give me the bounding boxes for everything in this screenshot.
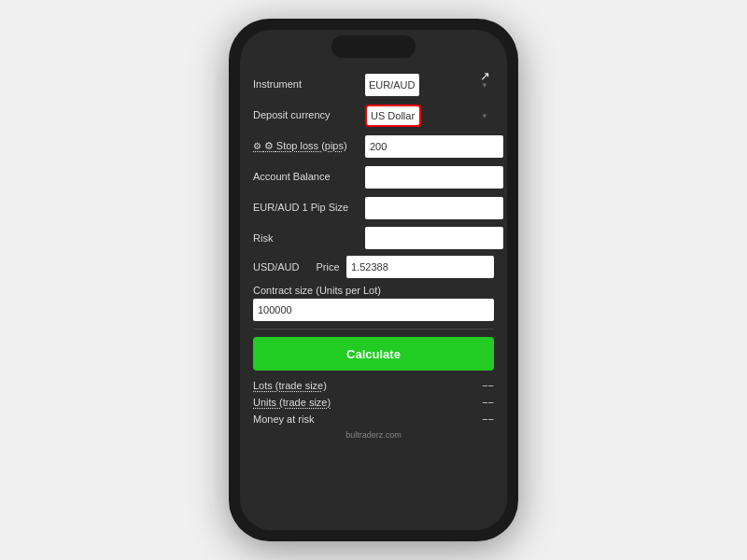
phone-screen: ↗ Instrument EUR/AUD Deposit currency xyxy=(240,30,507,530)
lots-result-label: Lots (trade size) xyxy=(253,380,327,391)
app-content: ↗ Instrument EUR/AUD Deposit currency xyxy=(240,30,507,530)
phone-notch xyxy=(331,35,416,58)
gear-icon: ⚙ xyxy=(264,140,276,151)
money-result-row: Money at risk −− xyxy=(253,413,494,425)
account-balance-input[interactable] xyxy=(365,166,503,189)
price-pair-label: USD/AUD xyxy=(253,261,309,273)
phone-device: ↗ Instrument EUR/AUD Deposit currency xyxy=(229,19,518,541)
contract-size-label: Contract size (Units per Lot) xyxy=(253,285,494,296)
footer-text: bultraderz.com xyxy=(253,430,494,445)
contract-size-section: Contract size (Units per Lot) xyxy=(253,285,494,321)
units-result-row: Units (trade size) −− xyxy=(253,397,494,408)
instrument-label: Instrument xyxy=(253,78,365,91)
calculator-container: ↗ Instrument EUR/AUD Deposit currency xyxy=(240,65,507,530)
contract-size-input[interactable] xyxy=(253,299,494,321)
price-input[interactable] xyxy=(346,256,494,278)
account-balance-row: Account Balance xyxy=(253,165,494,189)
pip-size-input[interactable] xyxy=(365,197,503,219)
deposit-currency-label: Deposit currency xyxy=(253,109,365,121)
stop-loss-row: ⚙ Stop loss (pips) xyxy=(253,134,494,159)
money-result-value: −− xyxy=(482,413,494,425)
deposit-currency-select-wrapper: US Dollar xyxy=(365,105,494,127)
instrument-row: Instrument EUR/AUD xyxy=(253,73,494,97)
risk-row: Risk % − xyxy=(253,227,494,249)
instrument-select[interactable]: EUR/AUD xyxy=(365,74,419,96)
deposit-currency-select[interactable]: US Dollar xyxy=(365,105,421,127)
deposit-currency-row: Deposit currency US Dollar xyxy=(253,104,494,128)
pip-size-row: EUR/AUD 1 Pip Size xyxy=(253,196,494,220)
pip-size-label: EUR/AUD 1 Pip Size xyxy=(253,202,365,214)
price-label: Price xyxy=(309,261,346,273)
divider xyxy=(253,329,494,329)
money-result-label: Money at risk xyxy=(253,413,314,425)
units-result-value: −− xyxy=(482,397,494,408)
lots-result-row: Lots (trade size) −− xyxy=(253,380,494,391)
risk-label: Risk xyxy=(253,232,365,244)
account-balance-label: Account Balance xyxy=(253,171,365,183)
stop-loss-label: ⚙ Stop loss (pips) xyxy=(253,140,365,152)
price-row: USD/AUD Price xyxy=(253,256,494,278)
risk-input[interactable] xyxy=(365,227,503,249)
units-result-label: Units (trade size) xyxy=(253,397,331,408)
lots-result-value: −− xyxy=(482,380,494,391)
calculate-button[interactable]: Calculate xyxy=(253,337,494,371)
stop-loss-input[interactable] xyxy=(365,135,503,158)
instrument-select-wrapper: EUR/AUD xyxy=(365,74,494,96)
